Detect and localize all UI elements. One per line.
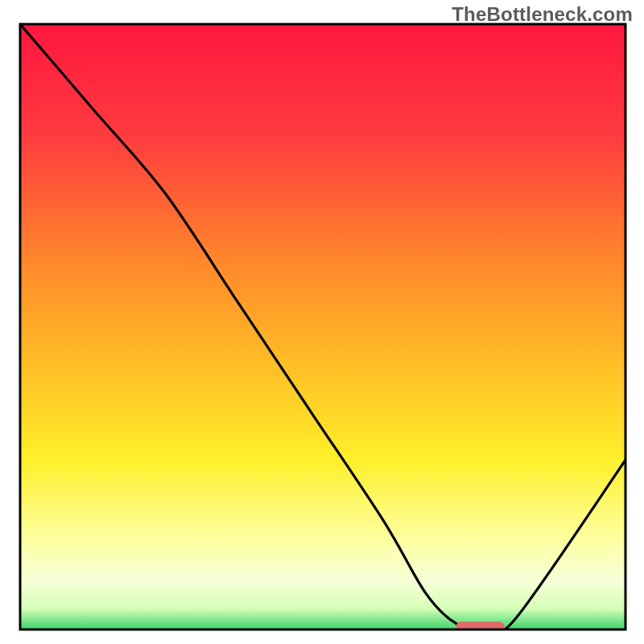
watermark-text: TheBottleneck.com: [452, 3, 633, 26]
chart-container: TheBottleneck.com: [0, 0, 644, 644]
plot-background-gradient: [20, 24, 625, 630]
bottleneck-chart: [0, 0, 644, 644]
